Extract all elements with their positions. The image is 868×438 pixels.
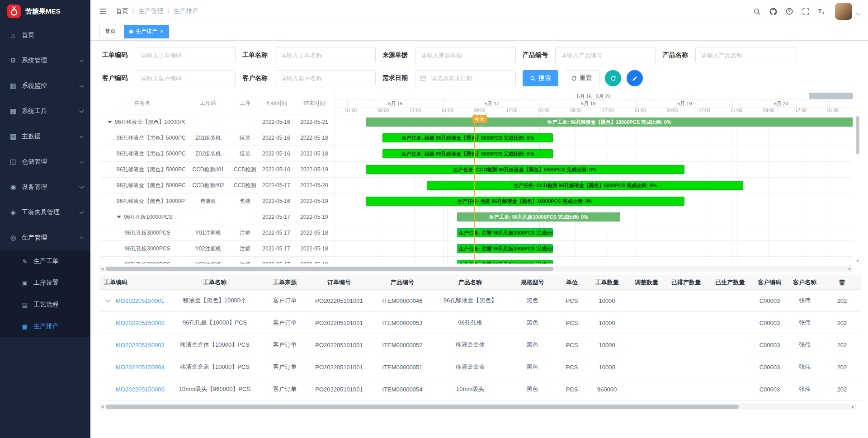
edit-columns-button[interactable] [627, 70, 643, 86]
task-name-cell: 96孔孔板10000PCS [99, 209, 185, 225]
sidebar-item[interactable]: ▩系统工具 [0, 99, 90, 124]
work-order-link[interactable]: MO202205150004 [116, 364, 165, 371]
sidebar-item[interactable]: ▤主数据 [0, 124, 90, 149]
sidebar-subitem[interactable]: ✎生产工单 [0, 250, 90, 272]
sidebar-item[interactable]: ⚙系统管理 [0, 48, 90, 73]
table-row[interactable]: MO202205150001移液盒【黑色】10000个客户订单PO2022051… [99, 290, 861, 312]
gantt-day-row: 5月 165月 175月 185月 195月 20 [335, 100, 853, 108]
orders-cell-qty: 10000 [585, 320, 628, 326]
user-menu-caret-icon[interactable] [856, 11, 861, 15]
collapse-caret-icon[interactable] [117, 216, 121, 218]
sidebar-item[interactable]: ◎生产管理 [0, 225, 90, 250]
breadcrumb-item[interactable]: 首页 [116, 7, 128, 15]
gantt-vertical-scrollbar[interactable]: ▼ [855, 114, 860, 264]
task-bar[interactable]: 生产任务: 组装 96孔移液盒【黑色】5000PCS 完成比例: 0% [382, 149, 553, 158]
github-icon[interactable] [766, 5, 780, 18]
filter-input[interactable] [555, 47, 656, 63]
sidebar-subitem[interactable]: ▦生产排产 [0, 316, 90, 337]
row-expand-chevron-icon[interactable] [105, 297, 110, 302]
gantt-horizontal-scrollbar[interactable]: ◀ ▶ [99, 266, 853, 272]
station-cell: Z02组装机 [185, 146, 231, 161]
chevron-down-icon [80, 83, 84, 87]
process-cell: 注塑 [231, 225, 259, 240]
task-bar[interactable]: 生产任务: 注塑 96孔孔板3000PCS 完成比例: 0% [457, 228, 553, 237]
work-order-link[interactable]: MO202205150002 [116, 320, 165, 326]
work-order-link[interactable]: MO202205150003 [116, 342, 165, 349]
work-order-link[interactable]: MO202205150001 [116, 297, 165, 304]
scrollbar-thumb[interactable] [106, 405, 739, 409]
fixture-icon: ◈ [9, 208, 17, 217]
filter-input[interactable] [695, 47, 796, 63]
font-size-icon[interactable]: TT [815, 5, 829, 18]
filter-input[interactable] [135, 70, 236, 86]
end-cell: 2022-05-18 [294, 130, 335, 146]
sidebar-item[interactable]: ◈工装夹具管理 [0, 200, 90, 225]
orders-cell-spec: 黑色 [506, 363, 558, 371]
orders-cell-customer_name: 张伟 [787, 319, 823, 327]
fullscreen-icon[interactable] [799, 5, 812, 18]
breadcrumb-item[interactable]: 生产排产 [174, 7, 199, 15]
orders-cell-order_no: PO202205101001 [307, 320, 371, 326]
task-bar[interactable]: 生产任务: 注塑 96孔孔板3000PCS 完成比例: 0% [457, 260, 553, 264]
scroll-right-arrow-icon[interactable]: ▶ [847, 266, 853, 272]
work-order-bar[interactable]: 生产工单: 96孔孔板10000PCS 完成比例: 0% [457, 212, 620, 221]
table-row[interactable]: MO202205150004移液盒盒盖【10000】PCS客户订单PO20220… [99, 356, 861, 378]
task-name-cell: 96孔孔板3000PCS [99, 241, 185, 256]
gantt-row-timeline: 生产任务: 注塑 96孔孔板3000PCS 完成比例: 0% [335, 257, 853, 264]
refresh-button[interactable] [605, 70, 621, 86]
gantt-hour-label: 01:00 [635, 108, 646, 113]
task-name: 96孔移液盒【黑色】5000PCS [117, 182, 185, 189]
scroll-right-arrow-icon[interactable]: ▶ [850, 404, 856, 410]
gantt-zoom-slider[interactable] [809, 93, 853, 99]
search-button[interactable]: 搜索 [523, 70, 558, 86]
station-cell: Z01组装机 [185, 130, 231, 146]
orders-column-header: 产品名称 [434, 278, 506, 287]
demand-date-input[interactable] [415, 70, 516, 86]
task-bar[interactable]: 生产任务: CCD检测 96孔移液盒【黑色】5000PCS 完成比例: 0% [366, 165, 684, 174]
scrollbar-thumb[interactable] [856, 116, 859, 154]
chevron-down-icon [80, 209, 84, 214]
table-row[interactable]: MO20220515000296孔孔板【10000】PCS客户订单PO20220… [99, 312, 861, 334]
tab-active[interactable]: 生产排产× [124, 25, 169, 38]
task-name: 96孔移液盒【黑色】10000PCS [115, 118, 185, 126]
help-icon[interactable] [783, 5, 796, 18]
scroll-left-arrow-icon[interactable]: ◀ [99, 266, 105, 272]
filter-input[interactable] [275, 70, 376, 86]
scroll-left-arrow-icon[interactable]: ◀ [99, 404, 105, 410]
task-bar[interactable]: 生产任务: 注塑 96孔孔板3000PCS 完成比例: 0% [457, 244, 553, 253]
end-cell: 2022-05-19 [294, 193, 335, 209]
scroll-down-arrow-icon[interactable]: ▼ [856, 259, 859, 264]
orders-column-header: 客户名称 [787, 278, 823, 287]
orders-cell-code: MO202205150004 [99, 364, 167, 371]
table-row[interactable]: MO20220515000510mm吸头【960000】PCS客户订单PO202… [99, 378, 861, 400]
collapse-caret-icon[interactable] [108, 121, 112, 123]
app-logo[interactable]: 苦糖果MES [0, 0, 90, 23]
filter-input[interactable] [415, 47, 516, 63]
table-horizontal-scrollbar[interactable]: ◀ ▶ [99, 404, 856, 410]
work-order-link[interactable]: MO202205150005 [116, 386, 165, 393]
sidebar-subitem-label: 工艺流程 [33, 301, 90, 309]
filter-input[interactable] [275, 47, 376, 63]
table-row[interactable]: MO202205150003移液盒盒体【10000】PCS客户订单PO20220… [99, 334, 861, 356]
filter-input[interactable] [135, 47, 236, 63]
task-bar[interactable]: 生产任务: 组装 96孔移液盒【黑色】5000PCS 完成比例: 0% [382, 133, 553, 142]
work-order-bar[interactable]: 生产工单: 96孔移液盒【黑色】10000PCS 完成比例: 0% [366, 118, 853, 127]
end-cell: 2022-05-18 [294, 146, 335, 161]
gantt-column-header: 任务名 [99, 92, 185, 114]
sidebar-subitem[interactable]: ▣工序设置 [0, 272, 90, 294]
reset-button[interactable]: 重置 [564, 70, 599, 86]
user-avatar[interactable] [835, 3, 852, 20]
tab-item[interactable]: 首页 [99, 25, 121, 38]
sidebar-item[interactable]: ◫仓储管理 [0, 149, 90, 174]
sidebar-subitem[interactable]: ▤工艺流程 [0, 294, 90, 316]
sidebar-item[interactable]: ◉设备管理 [0, 174, 90, 200]
breadcrumb-item[interactable]: 生产管理 [138, 7, 164, 15]
task-name: 96孔孔板3000PCS [125, 261, 170, 264]
task-bar[interactable]: 生产任务: 包装 96孔移液盒【黑色】10000PCS 完成比例: 0% [366, 197, 684, 206]
tab-close-icon[interactable]: × [160, 28, 164, 34]
sidebar-item[interactable]: ⌂首页 [0, 23, 90, 48]
scrollbar-thumb[interactable] [106, 267, 553, 271]
sidebar-item[interactable]: ▥系统监控 [0, 73, 90, 99]
search-icon[interactable] [750, 5, 764, 18]
sidebar-toggle-button[interactable] [95, 3, 111, 19]
